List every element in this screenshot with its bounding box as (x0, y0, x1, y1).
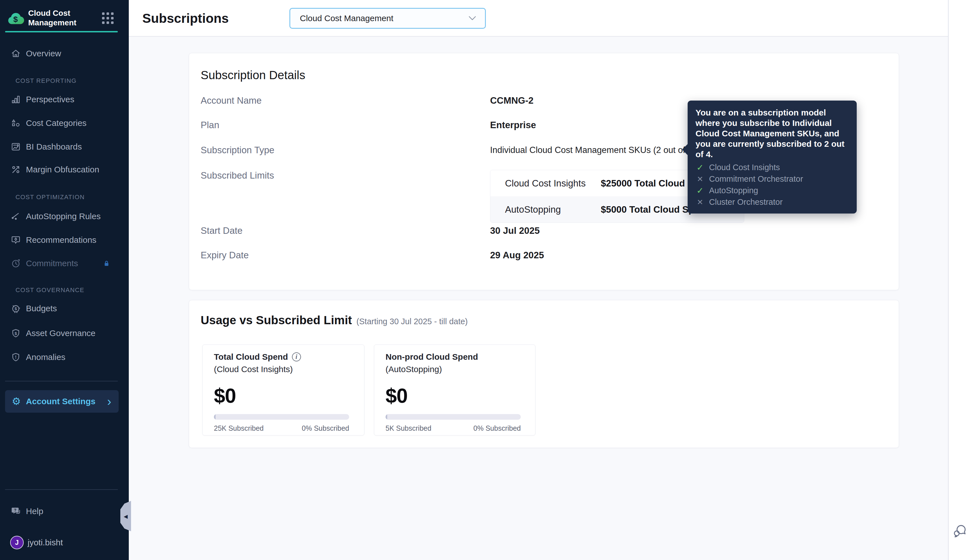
tooltip-item-label: AutoStopping (709, 186, 758, 195)
tooltip-item: ✓ AutoStopping (696, 185, 849, 196)
help-label: Help (26, 507, 43, 516)
x-icon: ✕ (696, 175, 705, 184)
subscribed-percent-label: 0% Subscribed (473, 424, 521, 432)
cloud-dollar-logo-icon: $ (6, 10, 25, 25)
app-title: Cloud Cost Management (28, 8, 92, 28)
account-settings-label: Account Settings (26, 397, 95, 406)
subscribed-limit-label: 25K Subscribed (214, 424, 264, 432)
sidebar-item-label: Budgets (26, 304, 57, 313)
sidebar-item-perspectives[interactable]: Perspectives (0, 90, 129, 108)
progress-fill (214, 414, 215, 420)
subscription-type-label: Subscription Type (200, 144, 274, 156)
page-title: Subscriptions (142, 11, 229, 26)
sidebar-divider (5, 489, 118, 490)
progress-fill (386, 414, 387, 420)
non-prod-cloud-spend-card: Non-prod Cloud Spend (AutoStopping) $0 5… (374, 345, 536, 435)
sidebar-divider (5, 381, 118, 382)
progress-labels: 5K Subscribed 0% Subscribed (386, 424, 521, 432)
sidebar-item-cost-categories[interactable]: Cost Categories (0, 114, 129, 132)
plan-value: Enterprise (490, 119, 536, 131)
shield-alert-icon: ! (10, 352, 22, 363)
account-name-value: CCMNG-2 (490, 94, 533, 107)
chevron-right-icon: › (107, 397, 111, 406)
subscription-type-value: Individual Cloud Cost Management SKUs (2… (490, 144, 709, 156)
sidebar-item-label: BI Dashboards (26, 142, 82, 152)
tooltip-item: ✕ Commitment Orchestrator (696, 173, 849, 185)
tooltip-sku-list: ✓ Cloud Cost Insights ✕ Commitment Orche… (696, 162, 849, 208)
chevron-down-icon (469, 16, 476, 20)
section-heading-cost-reporting: COST REPORTING (15, 77, 77, 85)
check-icon: ✓ (696, 163, 705, 172)
lock-icon (102, 258, 111, 268)
progress-labels: 25K Subscribed 0% Subscribed (214, 424, 349, 432)
sidebar-item-help[interactable]: ? Help (0, 502, 129, 520)
user-menu[interactable]: J jyoti.bisht (0, 534, 129, 551)
section-heading-cost-governance: COST GOVERNANCE (15, 286, 84, 294)
shapes-icon (10, 117, 22, 129)
metric-subtitle: (Cloud Cost Insights) (214, 365, 293, 374)
x-icon: ✕ (696, 198, 705, 207)
autostopping-icon (10, 211, 22, 222)
app-grid-icon[interactable] (102, 12, 114, 24)
expiry-date-label: Expiry Date (200, 249, 249, 262)
right-utility-strip (948, 0, 970, 560)
usage-title-row: Usage vs Subscribed Limit (Starting 30 J… (200, 313, 468, 327)
sidebar-item-label: Recommendations (26, 235, 96, 245)
svg-text:$: $ (15, 306, 17, 311)
sku-name: AutoStopping (490, 204, 601, 215)
total-cloud-spend-card: Total Cloud Spend i (Cloud Cost Insights… (202, 345, 364, 435)
metric-title-text: Total Cloud Spend (214, 352, 288, 362)
suggestion-bubble-icon (10, 234, 22, 246)
sidebar-item-overview[interactable]: Overview (0, 45, 129, 63)
metric-title: Total Cloud Spend i (214, 352, 301, 362)
sidebar-item-commitments[interactable]: Commitments (0, 254, 129, 272)
module-select[interactable]: Cloud Cost Management (289, 8, 486, 29)
start-date-value: 30 Jul 2025 (490, 225, 540, 237)
metric-title: Non-prod Cloud Spend (386, 352, 478, 362)
sidebar-item-label: Margin Obfuscation (26, 165, 99, 174)
piggy-bank-icon: $ (10, 303, 22, 314)
account-name-label: Account Name (200, 94, 262, 107)
page-header: Subscriptions Cloud Cost Management (129, 0, 948, 37)
sidebar-item-recommendations[interactable]: Recommendations (0, 231, 129, 249)
sidebar-item-label: Perspectives (26, 95, 74, 104)
usage-card: Usage vs Subscribed Limit (Starting 30 J… (189, 300, 899, 448)
module-select-value: Cloud Cost Management (300, 13, 393, 23)
support-chat-icon[interactable] (952, 523, 967, 538)
sku-name: Cloud Cost Insights (490, 178, 601, 189)
sidebar-item-label: Asset Governance (26, 328, 95, 338)
app-logo: $ Cloud Cost Management (6, 7, 119, 30)
subscribed-limit-label: 5K Subscribed (386, 424, 431, 432)
plan-label: Plan (200, 119, 219, 131)
sidebar-item-account-settings[interactable]: ⚙ Account Settings › (5, 390, 119, 413)
percent-trend-icon (10, 164, 22, 175)
sidebar-item-autostopping-rules[interactable]: AutoStopping Rules (0, 207, 129, 225)
sidebar-item-budgets[interactable]: $ Budgets (0, 300, 129, 317)
sidebar-item-margin-obfuscation[interactable]: Margin Obfuscation (0, 160, 129, 178)
tooltip-item: ✓ Cloud Cost Insights (696, 162, 849, 173)
help-chat-icon: ? (10, 506, 22, 517)
subscribed-limits-label: Subscribed Limits (200, 169, 274, 182)
check-icon: ✓ (696, 186, 705, 195)
app-root: $ Cloud Cost Management Overview COST RE… (0, 0, 970, 560)
metric-subtitle: (AutoStopping) (386, 365, 442, 374)
collapse-left-icon: ◂ (124, 512, 128, 521)
usage-subtitle: (Starting 30 Jul 2025 - till date) (357, 317, 468, 326)
sidebar-item-bi-dashboards[interactable]: BI Dashboards (0, 138, 129, 156)
history-clock-icon (10, 258, 22, 269)
subscription-details-title: Subscription Details (200, 69, 305, 82)
avatar: J (10, 536, 24, 549)
subscription-type-tooltip: You are on a subscription model where yo… (688, 100, 857, 213)
sidebar-item-asset-governance[interactable]: $ Asset Governance (0, 324, 129, 342)
section-heading-cost-optimization: COST OPTIMIZATION (15, 193, 85, 201)
metric-amount: $0 (214, 384, 236, 407)
home-icon (10, 48, 22, 59)
info-icon[interactable]: i (292, 352, 301, 362)
tooltip-item-label: Cloud Cost Insights (709, 163, 780, 172)
tooltip-item-label: Commitment Orchestrator (709, 174, 803, 184)
dashboard-image-icon (10, 141, 22, 152)
progress-bar (214, 414, 349, 420)
sidebar-item-anomalies[interactable]: ! Anomalies (0, 348, 129, 366)
svg-text:?: ? (14, 508, 16, 512)
sidebar-item-label: Overview (26, 49, 61, 58)
